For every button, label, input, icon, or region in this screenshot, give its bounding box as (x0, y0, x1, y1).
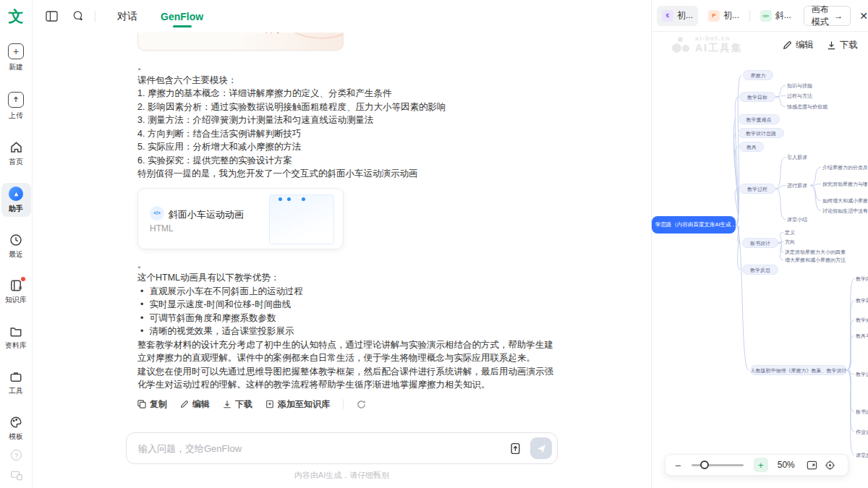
send-button[interactable] (530, 437, 552, 459)
mindmap-node[interactable]: 摩擦力 (743, 70, 773, 80)
sidebar-item-library[interactable]: 资料库 (1, 321, 31, 354)
sidebar-item-recent[interactable]: 最近 (1, 230, 31, 262)
copy-button[interactable]: 复制 (137, 398, 167, 411)
briefcase-icon (9, 370, 22, 383)
locate-center-icon[interactable] (825, 460, 835, 471)
download-button[interactable]: 下载 (223, 398, 252, 411)
sidebar-item-knowledge-base[interactable]: AI 知识库 (1, 275, 31, 308)
new-chat-icon[interactable] (71, 11, 83, 22)
canvas-mode-button[interactable]: 画布模式 → (804, 6, 851, 26)
mindmap-node[interactable]: 教学目标 (739, 92, 775, 102)
mindmap-node[interactable]: 进行新课 (787, 182, 810, 189)
edit-button[interactable]: 编辑 (180, 398, 210, 411)
zoom-slider-knob[interactable] (700, 461, 709, 469)
edit-icon (783, 40, 792, 50)
mindmap-node[interactable]: 教学过程 (856, 371, 868, 377)
mindmap-node[interactable]: 作业设计 (856, 429, 868, 435)
mindmap-node[interactable]: 教具 (739, 142, 764, 152)
download-icon (223, 400, 231, 408)
mindmap-node[interactable]: 决定滑动摩擦力大小的因素 (785, 249, 847, 255)
mindmap-node[interactable]: 教学重难点 (738, 114, 780, 124)
module-item: 4. 方向判断：结合生活实例讲解判断技巧 (137, 127, 558, 141)
module-item: 1. 摩擦力的基本概念：详细讲解摩擦力的定义、分类和产生条件 (137, 87, 558, 100)
panel-action-row: ai-bot.cn AI工具集 编辑 下载 (652, 32, 868, 58)
mindmap-node[interactable]: 知识与技能 (787, 82, 816, 89)
sidebar-item-templates[interactable]: 模板 (1, 412, 31, 445)
artifact-thumbnail (269, 194, 334, 244)
sidebar-item-home[interactable]: 首页 (1, 137, 31, 170)
mindmap-node[interactable]: 板书设计 (742, 238, 778, 248)
wenku-logo[interactable]: 文 (9, 7, 24, 27)
mindmap-node[interactable]: 增大摩擦和减小摩擦的方法 (785, 257, 847, 263)
message-text: 整套教学材料的设计充分考虑了初中生的认知特点，通过理论讲解与实验演示相结合的方式… (137, 338, 558, 365)
panel-tab-ppt[interactable]: P 初... (703, 6, 744, 26)
advantage-item: 可调节斜面角度和摩擦系数参数 (137, 312, 558, 325)
zoom-level: 50% (778, 460, 799, 470)
tab-genflow[interactable]: GenFlow (159, 1, 205, 32)
add-to-knowledge-base-button[interactable]: 添加至知识库 (265, 398, 330, 411)
message-text: 。 (137, 60, 558, 74)
fit-screen-icon[interactable] (807, 460, 817, 471)
refresh-icon (357, 400, 366, 409)
watermark-paw-icon (672, 37, 691, 53)
zoom-out-button[interactable]: − (675, 459, 681, 471)
slide-decoration (278, 33, 344, 39)
zoom-slider[interactable] (692, 464, 744, 466)
right-panel: 学思路（内容由百度文库AI生成，仅摩擦力教学目标知识与技能过程与方法情感态度与价… (651, 0, 868, 488)
regenerate-button[interactable] (357, 400, 366, 409)
mindmap-node[interactable]: 如何增大和减小摩擦 (822, 197, 867, 204)
mindmap-node[interactable]: 板书设计 (856, 408, 868, 415)
mindmap-node[interactable]: 课堂反思 (856, 452, 868, 458)
attach-file-icon[interactable] (509, 442, 522, 455)
chat-input-box (126, 432, 558, 464)
zoom-in-button[interactable]: + (754, 458, 768, 472)
chat-scroll-area[interactable]: 目录 。 课件包含六个主要模块： 1. 摩擦力的基本概念：详细讲解摩擦力的定义、… (33, 33, 651, 424)
sidebar-item-new[interactable]: + 新建 (1, 40, 31, 75)
mindmap-node[interactable]: 方向 (785, 239, 796, 245)
assistant-icon (9, 187, 23, 201)
devices-icon[interactable] (11, 471, 22, 481)
sidebar-item-tools[interactable]: 工具 (1, 367, 31, 399)
html-artifact-card[interactable]: </> 斜面小车运动动画 HTML (137, 188, 344, 249)
mindmap-node[interactable]: 教学反思 (742, 265, 778, 275)
help-icon[interactable]: ? (11, 450, 22, 461)
mindmap-canvas[interactable]: 学思路（内容由百度文库AI生成，仅摩擦力教学目标知识与技能过程与方法情感态度与价… (652, 0, 868, 488)
mindmap-node[interactable]: 引入新课 (787, 154, 810, 160)
mindmap-node[interactable]: 过程与方法 (787, 93, 816, 99)
panel-toggle-icon[interactable] (46, 11, 58, 22)
mindmap-node[interactable]: 课堂小结 (787, 216, 810, 223)
panel-tab-html[interactable]: </> 斜... (755, 6, 796, 26)
mindmap-node[interactable]: 教学目标 (856, 297, 868, 304)
sidebar-item-upload[interactable]: 上传 (1, 88, 31, 124)
edit-icon (180, 400, 189, 408)
mindmap-node[interactable]: 教学难点 (856, 317, 868, 323)
mindmap-node[interactable]: 教学过程 (739, 184, 775, 194)
mindmap-node[interactable]: 教学设计思路 (738, 128, 784, 138)
panel-edit-button[interactable]: 编辑 (783, 39, 814, 51)
mindmap-node[interactable]: 教学内容 (856, 275, 868, 282)
panel-tab-mindmap[interactable]: € 初... (657, 6, 698, 26)
chat-input[interactable] (138, 443, 509, 454)
panel-download-button[interactable]: 下载 (827, 39, 858, 51)
tab-chat[interactable]: 对话 (116, 1, 139, 33)
mindmap-node[interactable]: 教具与学具 (856, 333, 868, 339)
divider (95, 11, 95, 22)
folder-icon (9, 325, 22, 338)
send-icon (536, 443, 547, 454)
app: 文 + 新建 上传 首页 助手 最近 AI (0, 0, 868, 488)
mindmap-node[interactable]: 情感态度与价值观 (787, 103, 830, 110)
message-text: 建议您在使用时可以先通过思维导图把握整体教学框架，然后配合课件进行系统讲解，最后… (137, 365, 558, 392)
mindmap-node[interactable]: 定义 (785, 229, 796, 236)
ppt-doc-icon: P (708, 10, 720, 22)
mindmap-node[interactable]: 讨论假如生活中没有摩擦力 (822, 207, 867, 214)
slide-preview-image[interactable]: 目录 (137, 33, 344, 51)
mindmap-node[interactable]: 介绍摩擦力的分类及滑动摩擦力 (822, 164, 867, 171)
mindmap-node[interactable]: 学思路（内容由百度文库AI生成，仅 (652, 216, 736, 234)
divider (749, 10, 750, 22)
sidebar-item-assistant[interactable]: 助手 (1, 183, 31, 217)
ai-disclaimer: 内容由AI生成，请仔细甄别 (33, 470, 651, 481)
slide-caption: 目录 (265, 33, 284, 35)
mindmap-node[interactable]: 人教版初中物理《摩擦力》教案、教学设计 (750, 365, 847, 375)
close-panel-icon[interactable]: ✕ (859, 10, 868, 22)
mindmap-node[interactable]: 探究滑动摩擦力与哪些因素有关 (822, 181, 867, 187)
